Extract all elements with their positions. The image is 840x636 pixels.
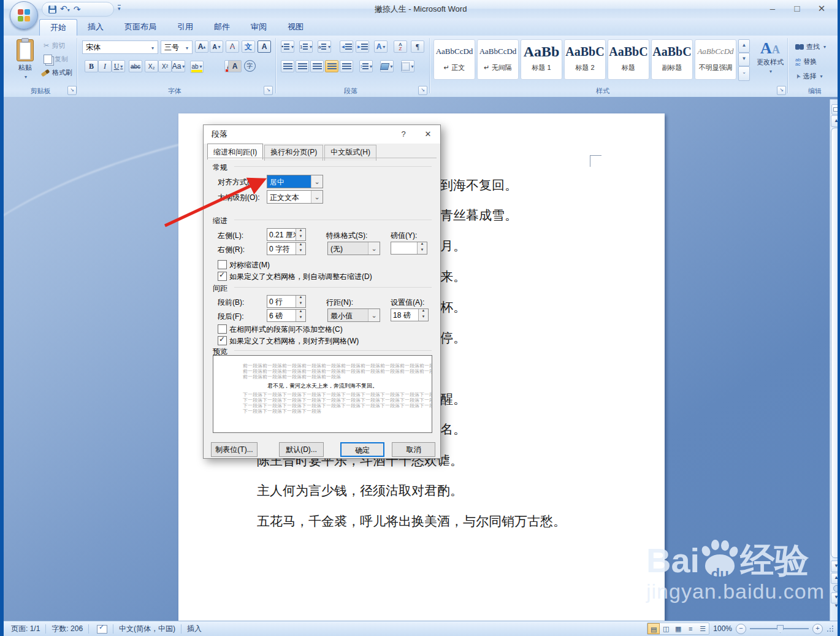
tab-page-layout[interactable]: 页面布局	[114, 18, 167, 36]
zoom-slider-thumb[interactable]	[777, 625, 784, 633]
no-space-same-style-checkbox[interactable]	[218, 324, 227, 334]
tab-review[interactable]: 审阅	[240, 18, 277, 36]
save-icon[interactable]	[48, 6, 56, 13]
clipboard-dialog-launcher-icon[interactable]: ↘	[67, 86, 77, 95]
show-hide-pilcrow-button[interactable]: ¶	[411, 40, 424, 53]
sort-button[interactable]: AZ	[394, 40, 407, 53]
cut-button[interactable]: ✂ 剪切	[42, 40, 67, 51]
alignment-dropdown-icon[interactable]	[311, 175, 323, 188]
asian-layout-button[interactable]: A	[374, 40, 388, 53]
print-layout-view-icon[interactable]: ▤	[647, 623, 660, 634]
style-heading2[interactable]: AaBbC 标题 2	[564, 39, 606, 80]
format-painter-button[interactable]: 格式刷	[39, 67, 74, 78]
zoom-in-icon[interactable]: +	[812, 624, 823, 634]
justify-button[interactable]	[325, 60, 338, 72]
phonetic-guide-button[interactable]: 文	[242, 40, 255, 53]
style-subtle-emphasis[interactable]: AaBbCcDd 不明显强调	[695, 39, 736, 80]
character-shading-button[interactable]: A	[228, 60, 242, 72]
style-subtitle[interactable]: AaBbC 副标题	[651, 39, 693, 80]
special-format-combo[interactable]: (无)	[327, 242, 380, 255]
outline-dropdown-icon[interactable]	[311, 191, 323, 203]
style-title[interactable]: AaBbC 标题	[608, 39, 649, 80]
tab-view[interactable]: 视图	[277, 18, 314, 36]
office-button[interactable]	[10, 1, 38, 29]
tab-mailings[interactable]: 邮件	[204, 18, 240, 36]
outline-level-combo[interactable]: 正文文本	[267, 190, 323, 204]
style-normal[interactable]: AaBbCcDd ↵ 正文	[433, 39, 475, 80]
superscript-button[interactable]: X²	[158, 60, 172, 72]
undo-icon[interactable]: ↶	[60, 2, 70, 17]
default-button[interactable]: 默认(D)...	[279, 442, 324, 457]
scrollbar-thumb[interactable]	[831, 128, 840, 558]
styles-gallery-more-icon[interactable]: ⌄	[738, 66, 750, 81]
mirror-indents-checkbox[interactable]	[218, 260, 227, 269]
bold-button[interactable]: B	[85, 60, 98, 72]
page-indicator[interactable]: 页面: 1/1	[11, 624, 40, 634]
clear-formatting-button[interactable]: A	[226, 40, 239, 53]
replace-button[interactable]: abac 替换	[793, 56, 819, 67]
word-count[interactable]: 字数: 206	[52, 624, 83, 634]
snap-to-grid-checkbox[interactable]	[218, 336, 227, 345]
tab-references[interactable]: 引用	[167, 18, 204, 36]
full-screen-reading-view-icon[interactable]: ◫	[660, 623, 672, 634]
multilevel-list-button[interactable]: a	[318, 40, 331, 53]
font-name-combo[interactable]: 宋体	[82, 40, 158, 54]
strikethrough-button[interactable]: abc	[129, 60, 142, 72]
select-button[interactable]: ➤ 选择	[793, 71, 824, 82]
indent-left-spinner[interactable]: 0.21 厘米	[267, 228, 306, 241]
customize-qat-icon[interactable]: ▾	[118, 5, 121, 12]
alignment-combo[interactable]: 居中	[267, 175, 323, 188]
change-case-button[interactable]: Aa	[172, 60, 185, 72]
tabs-button[interactable]: 制表位(T)...	[211, 442, 258, 457]
align-right-button[interactable]	[310, 60, 324, 72]
borders-button[interactable]	[401, 60, 414, 72]
shrink-font-button[interactable]: A	[210, 40, 223, 53]
copy-button[interactable]: 复制	[42, 54, 70, 64]
style-heading1[interactable]: AaBb 标题 1	[521, 39, 562, 80]
shading-button[interactable]	[380, 60, 394, 72]
highlight-button[interactable]: ab	[190, 61, 204, 73]
line-spacing-button[interactable]: ↕	[359, 60, 373, 72]
numbering-button[interactable]: 1	[299, 40, 313, 53]
dialog-help-icon[interactable]: ?	[391, 125, 416, 144]
font-dialog-launcher-icon[interactable]: ↘	[264, 86, 273, 95]
find-button[interactable]: 查找	[793, 42, 828, 52]
dialog-tab-line-page-breaks[interactable]: 换行和分页(P)	[264, 145, 323, 161]
tab-insert[interactable]: 插入	[77, 18, 114, 36]
styles-dialog-launcher-icon[interactable]: ↘	[777, 86, 786, 95]
indent-right-spinner[interactable]: 0 字符	[267, 242, 306, 255]
font-size-combo[interactable]: 三号	[161, 40, 193, 54]
outline-view-icon[interactable]: ≡	[684, 623, 697, 634]
space-before-spinner[interactable]: 0 行	[267, 295, 306, 308]
paragraph-dialog-launcher-icon[interactable]: ↘	[418, 86, 427, 95]
italic-button[interactable]: I	[98, 60, 112, 72]
cancel-button[interactable]: 取消	[392, 442, 435, 457]
styles-scroll-down-icon[interactable]: ▼	[738, 53, 750, 66]
enclose-characters-button[interactable]: 字	[244, 60, 256, 72]
paste-button[interactable]: 粘贴	[12, 39, 38, 80]
tab-home[interactable]: 开始	[39, 19, 77, 36]
close-button[interactable]: ✕	[809, 1, 834, 17]
space-after-spinner[interactable]: 6 磅	[267, 309, 306, 322]
zoom-level[interactable]: 100%	[713, 624, 732, 633]
web-layout-view-icon[interactable]: ▦	[672, 623, 684, 634]
minimize-button[interactable]: –	[760, 1, 785, 17]
increase-indent-button[interactable]: ►	[356, 40, 369, 53]
ok-button[interactable]: 确定	[340, 442, 384, 457]
insert-mode-indicator[interactable]: 插入	[187, 624, 202, 634]
decrease-indent-button[interactable]: ◄	[340, 40, 353, 53]
resize-grip[interactable]	[827, 625, 834, 632]
ruler-toggle-button[interactable]	[831, 104, 840, 115]
line-spacing-dropdown-icon[interactable]	[368, 309, 380, 321]
character-border-button[interactable]: A	[258, 40, 271, 53]
align-center-button[interactable]	[296, 60, 309, 72]
auto-adjust-right-indent-checkbox[interactable]	[218, 272, 227, 281]
special-dropdown-icon[interactable]	[368, 242, 380, 255]
scroll-up-icon[interactable]: ▲	[831, 115, 840, 127]
zoom-out-icon[interactable]: −	[736, 624, 746, 634]
styles-scroll-up-icon[interactable]: ▲	[738, 39, 750, 53]
change-styles-button[interactable]: AA 更改样式	[753, 39, 787, 74]
redo-icon[interactable]: ↷	[74, 3, 81, 15]
draft-view-icon[interactable]: ☰	[697, 623, 709, 634]
at-spinner[interactable]: 18 磅	[391, 308, 429, 321]
